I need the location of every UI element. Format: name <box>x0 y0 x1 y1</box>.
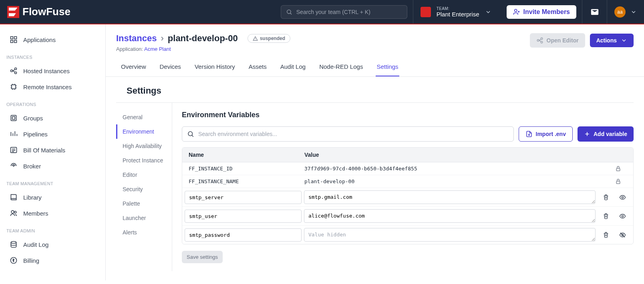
sidebar-item-broker[interactable]: Broker <box>0 158 105 174</box>
env-search-input[interactable] <box>198 131 509 137</box>
sidebar-section-team-admin: TEAM ADMIN <box>0 221 105 236</box>
sidebar: Applications INSTANCES Hosted Instances … <box>0 24 106 280</box>
invite-members-button[interactable]: Invite Members <box>507 5 576 19</box>
env-name: FF_INSTANCE_ID <box>182 166 300 172</box>
inbox-button[interactable] <box>582 0 607 24</box>
global-search[interactable] <box>281 5 407 19</box>
eye-icon <box>619 194 626 201</box>
save-settings-button: Save settings <box>182 251 223 263</box>
col-value: Value <box>300 152 597 158</box>
search-icon <box>286 9 292 15</box>
tab-settings[interactable]: Settings <box>376 59 399 76</box>
settings-nav-protect[interactable]: Protect Instance <box>116 153 172 168</box>
env-name-input[interactable] <box>185 210 302 223</box>
sidebar-item-groups[interactable]: Groups <box>0 110 105 126</box>
add-variable-button[interactable]: Add variable <box>578 126 634 142</box>
logo-mark-icon <box>7 6 19 18</box>
tab-version[interactable]: Version History <box>194 59 236 76</box>
mail-icon <box>590 8 599 16</box>
settings-nav-ha[interactable]: High Availability <box>116 139 172 153</box>
sidebar-item-bom[interactable]: Bill Of Materials <box>0 142 105 158</box>
settings-nav-palette[interactable]: Palette <box>116 196 172 211</box>
global-search-input[interactable] <box>296 9 402 15</box>
actions-button[interactable]: Actions <box>590 34 634 47</box>
svg-point-22 <box>541 41 543 43</box>
sidebar-item-remote[interactable]: Remote Instances <box>0 79 105 95</box>
settings-nav-environment[interactable]: Environment <box>116 124 172 139</box>
svg-rect-24 <box>616 168 620 171</box>
sidebar-item-billing[interactable]: Billing <box>0 252 105 268</box>
import-env-button[interactable]: Import .env <box>519 126 573 142</box>
user-menu[interactable]: aa <box>607 0 644 24</box>
brand-name: FlowFuse <box>22 6 70 18</box>
flow-icon <box>536 37 543 44</box>
sidebar-item-hosted[interactable]: Hosted Instances <box>0 63 105 79</box>
sidebar-item-applications[interactable]: Applications <box>0 32 105 48</box>
lock-icon <box>615 166 621 172</box>
trash-icon <box>603 213 609 219</box>
brand-logo[interactable]: FlowFuse <box>0 6 78 18</box>
settings-nav: General Environment High Availability Pr… <box>116 103 172 271</box>
sidebar-item-library[interactable]: Library <box>0 189 105 205</box>
tab-logs[interactable]: Node-RED Logs <box>318 59 364 76</box>
env-row-editable: alice@flowfuse.com <box>182 207 633 226</box>
svg-point-27 <box>622 215 623 217</box>
env-row-editable <box>182 226 633 244</box>
svg-point-0 <box>287 10 290 13</box>
chevron-down-icon <box>630 9 637 15</box>
tab-devices[interactable]: Devices <box>159 59 182 76</box>
pipelines-icon <box>10 130 18 138</box>
env-row-locked: FF_INSTANCE_ID37f7d969-97cd-4000-b650-b3… <box>182 162 633 175</box>
env-name-input[interactable] <box>185 228 302 242</box>
env-value: 37f7d969-97cd-4000-b650-b3d4f4eef855 <box>300 166 597 172</box>
col-name: Name <box>182 152 300 158</box>
cloud-icon <box>10 67 18 75</box>
billing-icon <box>10 256 18 264</box>
env-value-input[interactable] <box>304 228 596 242</box>
application-link[interactable]: Acme Plant <box>144 46 171 52</box>
svg-rect-7 <box>14 40 17 43</box>
settings-nav-launcher[interactable]: Launcher <box>116 211 172 225</box>
svg-point-26 <box>622 196 623 198</box>
eye-off-icon <box>619 232 626 238</box>
toggle-visibility-button[interactable] <box>619 194 626 201</box>
tab-overview[interactable]: Overview <box>120 59 147 76</box>
settings-nav-alerts[interactable]: Alerts <box>116 225 172 240</box>
lock-icon <box>615 178 621 184</box>
sidebar-item-pipelines[interactable]: Pipelines <box>0 126 105 142</box>
chip-icon <box>10 83 18 91</box>
settings-nav-security[interactable]: Security <box>116 182 172 196</box>
svg-point-15 <box>13 166 14 166</box>
team-name: Plant Enterprise <box>437 11 479 18</box>
sidebar-item-members[interactable]: Members <box>0 205 105 221</box>
env-search[interactable] <box>182 126 514 142</box>
open-editor-button: Open Editor <box>530 33 585 48</box>
svg-point-9 <box>15 68 17 70</box>
toggle-visibility-button[interactable] <box>619 232 626 238</box>
env-value-input[interactable]: smtp.gmail.com <box>304 190 596 204</box>
delete-button[interactable] <box>603 232 609 238</box>
toggle-visibility-button[interactable] <box>619 213 626 220</box>
user-plus-icon <box>513 8 520 16</box>
trash-icon <box>603 194 609 200</box>
settings-nav-editor[interactable]: Editor <box>116 168 172 182</box>
settings-nav-general[interactable]: General <box>116 110 172 124</box>
svg-point-23 <box>188 132 193 136</box>
application-line: Application: Acme Plant <box>116 46 290 52</box>
panel-title: Environment Variables <box>182 111 634 119</box>
apps-icon <box>10 36 18 44</box>
trash-icon <box>603 232 609 238</box>
delete-button[interactable] <box>603 194 609 201</box>
env-name-input[interactable] <box>185 191 302 204</box>
team-avatar-icon <box>421 7 431 17</box>
breadcrumb-root[interactable]: Instances <box>116 33 157 44</box>
svg-point-20 <box>537 40 539 42</box>
env-value-input[interactable]: alice@flowfuse.com <box>304 209 596 223</box>
sidebar-item-audit[interactable]: Audit Log <box>0 236 105 252</box>
delete-button[interactable] <box>603 213 609 220</box>
team-switcher[interactable]: TEAM: Plant Enterprise <box>413 0 499 24</box>
svg-rect-13 <box>12 117 15 120</box>
tab-audit[interactable]: Audit Log <box>280 59 306 76</box>
sidebar-section-instances: INSTANCES <box>0 48 105 63</box>
tab-assets[interactable]: Assets <box>248 59 268 76</box>
